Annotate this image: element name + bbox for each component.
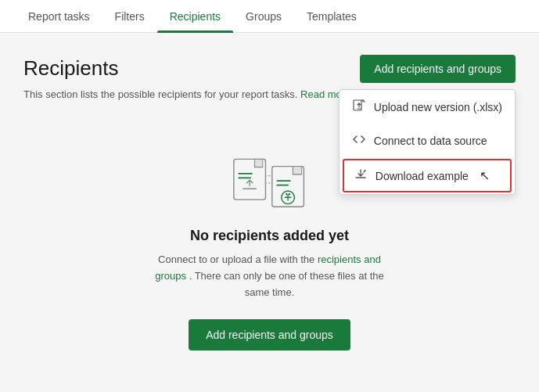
tab-filters[interactable]: Filters <box>102 0 157 33</box>
svg-point-1 <box>364 170 365 171</box>
add-recipients-center-button[interactable]: Add recipients and groups <box>189 319 350 351</box>
dropdown-connect-item[interactable]: Connect to data source <box>340 124 515 157</box>
top-navigation: Report tasks Filters Recipients Groups T… <box>0 0 539 33</box>
connect-label: Connect to data source <box>374 135 487 147</box>
svg-rect-7 <box>293 167 301 174</box>
dropdown-download-item[interactable]: Download example ↖ <box>343 159 512 192</box>
empty-illustration <box>223 147 317 228</box>
cursor-icon: ↖ <box>480 168 490 183</box>
upload-label: Upload new version (.xlsx) <box>374 101 502 113</box>
download-label: Download example <box>376 170 469 182</box>
code-icon <box>352 133 366 148</box>
download-example-icon <box>354 168 368 183</box>
upload-icon <box>352 99 366 114</box>
tab-recipients[interactable]: Recipients <box>157 0 233 33</box>
empty-state-description: Connect to or upload a file with the rec… <box>149 252 391 300</box>
empty-state-title: No recipients added yet <box>190 228 349 244</box>
tab-templates[interactable]: Templates <box>294 0 369 33</box>
tab-report-tasks[interactable]: Report tasks <box>16 0 102 33</box>
tab-groups[interactable]: Groups <box>233 0 294 33</box>
svg-rect-3 <box>254 159 262 167</box>
header-right: Add recipients and groups Upload new ver… <box>360 55 516 83</box>
main-content: Recipients This section lists the possib… <box>0 33 539 392</box>
svg-rect-12 <box>289 193 290 196</box>
svg-rect-11 <box>286 193 287 196</box>
dropdown-upload-item[interactable]: Upload new version (.xlsx) <box>340 90 515 124</box>
add-recipients-button[interactable]: Add recipients and groups <box>360 55 516 83</box>
dropdown-menu: Upload new version (.xlsx) Connect to da… <box>339 89 516 195</box>
